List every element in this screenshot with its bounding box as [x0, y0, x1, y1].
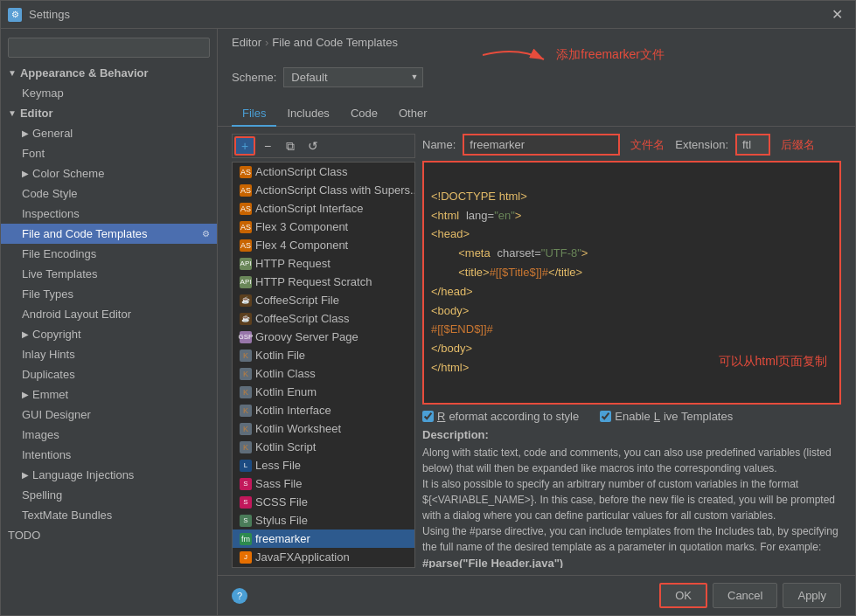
- lang-inject-arrow-icon: ▶: [22, 470, 29, 480]
- sidebar-item-language-injections[interactable]: ▶ Language Injections: [1, 465, 217, 485]
- add-template-button[interactable]: +: [234, 136, 255, 156]
- list-item[interactable]: S Stylus File: [233, 511, 414, 529]
- sidebar-item-inspections[interactable]: Inspections: [1, 204, 217, 224]
- ok-button[interactable]: OK: [659, 583, 707, 608]
- list-item[interactable]: API HTTP Request Scratch: [233, 273, 414, 291]
- sidebar-item-appearance[interactable]: ▼ Appearance & Behavior: [1, 63, 217, 83]
- sidebar-item-live-templates[interactable]: Live Templates: [1, 264, 217, 284]
- list-item[interactable]: K Kotlin Class: [233, 364, 414, 383]
- extension-input[interactable]: [735, 134, 770, 156]
- reformat-rest-label: eformat according to style: [449, 410, 579, 423]
- sidebar-item-intentions[interactable]: Intentions: [1, 445, 217, 465]
- kt-script-icon: K: [240, 441, 252, 453]
- list-item[interactable]: S Sass File: [233, 474, 414, 493]
- sidebar-item-emmet[interactable]: ▶ Emmet: [1, 384, 217, 405]
- list-item[interactable]: AS Flex 3 Component: [233, 218, 414, 236]
- code-editor[interactable]: <!DOCTYPE html> <html lang="en"> <head> …: [422, 161, 841, 405]
- reset-template-button[interactable]: ↺: [303, 136, 324, 156]
- split-panel: + − ⧉ ↺ AS ActionScript Class AS ActionS…: [218, 127, 855, 575]
- list-item[interactable]: AS ActionScript Class: [233, 163, 414, 181]
- live-templates-label: Enable: [615, 410, 650, 423]
- help-button[interactable]: ?: [232, 588, 247, 604]
- breadcrumb-separator-icon: ›: [265, 36, 268, 49]
- api-icon: API: [240, 258, 252, 270]
- sidebar-item-inlay-hints[interactable]: Inlay Hints: [1, 344, 217, 364]
- list-item[interactable]: GSP Groovy Server Page: [233, 328, 414, 346]
- list-item[interactable]: ☕ CoffeeScript Class: [233, 309, 414, 328]
- collapse-arrow-icon: ▶: [22, 128, 29, 138]
- reformat-checkbox[interactable]: [422, 411, 434, 422]
- list-item[interactable]: K Kotlin File: [233, 346, 414, 364]
- live-templates-checkbox[interactable]: [600, 411, 611, 422]
- editor-panel: Name: 文件名 Extension: 后缀名 <!DOCTYPE html>…: [422, 134, 841, 568]
- apply-button[interactable]: Apply: [783, 583, 841, 608]
- tab-includes[interactable]: Includes: [276, 101, 339, 127]
- scheme-select[interactable]: Default Project: [283, 67, 423, 87]
- sidebar-item-color-scheme[interactable]: ▶ Color Scheme: [1, 163, 217, 183]
- scheme-row: Scheme: Default Project: [218, 56, 855, 101]
- sidebar-item-textmate-bundles[interactable]: TextMate Bundles: [1, 505, 217, 525]
- sidebar-item-editor[interactable]: ▼ Editor: [1, 103, 217, 123]
- list-item[interactable]: AS Flex 4 Component: [233, 236, 414, 254]
- sidebar-item-code-style[interactable]: Code Style: [1, 183, 217, 204]
- copy-template-button[interactable]: ⧉: [280, 136, 301, 156]
- description-text: Along with static text, code and comment…: [422, 445, 841, 568]
- ext-annotation-text: 后缀名: [781, 137, 815, 153]
- search-input[interactable]: [8, 38, 210, 58]
- name-input[interactable]: [463, 134, 620, 156]
- sidebar-item-todo[interactable]: TODO: [1, 525, 217, 545]
- list-item-freemarker[interactable]: fm freemarker: [233, 529, 414, 548]
- as-icon: AS: [240, 203, 252, 215]
- list-item[interactable]: S SCSS File: [233, 493, 414, 511]
- list-item[interactable]: K Kotlin Enum: [233, 383, 414, 401]
- filename-annotation-text: 文件名: [630, 137, 665, 153]
- list-item[interactable]: L Less File: [233, 456, 414, 474]
- list-item[interactable]: API HTTP Request: [233, 254, 414, 273]
- bottom-left-area: ?: [232, 588, 247, 604]
- remove-template-button[interactable]: −: [257, 136, 278, 156]
- list-item[interactable]: AS ActionScript Interface: [233, 199, 414, 218]
- list-item[interactable]: ☕ CoffeeScript File: [233, 291, 414, 309]
- live-templates-checkbox-label[interactable]: Enable Live Templates: [600, 410, 733, 423]
- live-templates-l-label: L: [654, 410, 660, 423]
- sidebar-item-android-layout-editor[interactable]: Android Layout Editor: [1, 304, 217, 324]
- sidebar-item-general[interactable]: ▶ General: [1, 123, 217, 143]
- flex-icon: AS: [240, 221, 252, 233]
- list-item[interactable]: K Kotlin Worksheet: [233, 419, 414, 438]
- list-item[interactable]: K Kotlin Interface: [233, 401, 414, 419]
- title-bar: ⚙ Settings ✕: [1, 1, 855, 29]
- list-item[interactable]: X XSLT Stylesheet: [233, 566, 414, 568]
- settings-icon: ⚙: [202, 229, 210, 239]
- sidebar-item-file-encodings[interactable]: File Encodings: [1, 244, 217, 264]
- sidebar-item-keymap[interactable]: Keymap: [1, 83, 217, 103]
- tab-code[interactable]: Code: [340, 101, 388, 127]
- sidebar-item-file-code-templates[interactable]: File and Code Templates ⚙: [1, 224, 217, 244]
- name-row: Name: 文件名 Extension: 后缀名: [422, 134, 841, 156]
- java-icon: J: [240, 551, 252, 564]
- reformat-label: R: [437, 410, 445, 423]
- list-item[interactable]: J JavaFXApplication: [233, 548, 414, 566]
- sidebar-item-images[interactable]: Images: [1, 425, 217, 445]
- emmet-arrow-icon: ▶: [22, 390, 29, 399]
- flex4-icon: AS: [240, 239, 252, 252]
- name-label: Name:: [422, 138, 456, 151]
- sidebar-item-copyright[interactable]: ▶ Copyright: [1, 324, 217, 344]
- sidebar-item-gui-designer[interactable]: GUI Designer: [1, 405, 217, 425]
- reformat-checkbox-label[interactable]: Reformat according to style: [422, 410, 579, 423]
- cancel-button[interactable]: Cancel: [713, 583, 777, 608]
- tab-files[interactable]: Files: [232, 101, 276, 127]
- sidebar-item-font[interactable]: Font: [1, 143, 217, 163]
- close-button[interactable]: ✕: [826, 4, 848, 24]
- kt-file-icon: K: [240, 350, 252, 362]
- less-icon: L: [240, 460, 252, 472]
- as-icon: AS: [240, 166, 252, 178]
- list-item[interactable]: AS ActionScript Class with Supers...: [233, 181, 414, 199]
- kt-class-icon: K: [240, 368, 252, 380]
- sidebar-item-spelling[interactable]: Spelling: [1, 485, 217, 505]
- breadcrumb-current: File and Code Templates: [272, 36, 398, 49]
- tab-other[interactable]: Other: [388, 101, 438, 127]
- sidebar-item-duplicates[interactable]: Duplicates: [1, 364, 217, 384]
- sidebar-item-file-types[interactable]: File Types: [1, 284, 217, 304]
- color-scheme-arrow-icon: ▶: [22, 169, 29, 178]
- list-item[interactable]: K Kotlin Script: [233, 438, 414, 456]
